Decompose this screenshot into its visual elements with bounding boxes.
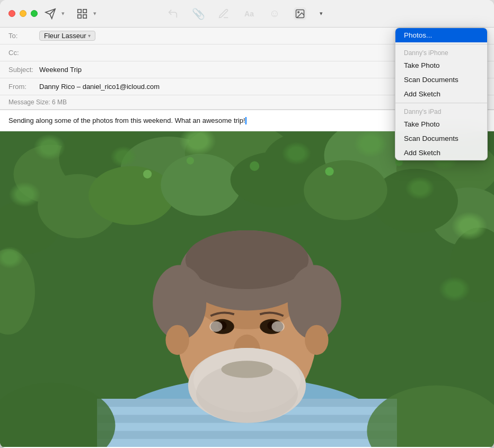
- svg-point-18: [38, 174, 118, 238]
- traffic-lights: [8, 10, 38, 17]
- svg-point-26: [97, 378, 397, 447]
- photo-image: [0, 131, 494, 447]
- svg-point-49: [188, 348, 306, 423]
- menu-item-ipad-add-sketch[interactable]: Add Sketch: [395, 146, 487, 160]
- svg-point-44: [209, 321, 222, 332]
- svg-point-51: [196, 364, 298, 423]
- svg-point-19: [372, 169, 458, 233]
- svg-point-41: [260, 319, 283, 334]
- svg-point-55: [143, 170, 152, 178]
- svg-point-37: [288, 265, 341, 340]
- reply-icon[interactable]: [166, 7, 179, 20]
- insert-dropdown-menu: Photos... Danny's iPhone Take Photo Scan…: [395, 28, 488, 160]
- svg-point-16: [0, 201, 59, 254]
- svg-point-7: [298, 11, 299, 12]
- svg-point-53: [0, 383, 115, 447]
- svg-point-33: [188, 244, 306, 329]
- menu-item-iphone-take-photo[interactable]: Take Photo: [395, 58, 487, 73]
- ipad-section-header: Danny's iPad: [395, 105, 487, 117]
- svg-point-38: [165, 325, 189, 355]
- svg-point-54: [367, 386, 494, 447]
- svg-rect-30: [97, 431, 397, 439]
- from-value: Danny Rico – daniel_rico1@icloud.com: [39, 83, 160, 91]
- compose-note-icon[interactable]: [217, 7, 230, 20]
- menu-item-ipad-take-photo[interactable]: Take Photo: [395, 117, 487, 131]
- svg-point-10: [59, 131, 150, 193]
- svg-point-52: [222, 361, 273, 378]
- svg-point-56: [187, 157, 194, 164]
- svg-rect-4: [78, 14, 81, 17]
- insert-photo-icon[interactable]: [294, 7, 306, 20]
- menu-item-ipad-scan-documents[interactable]: Scan Documents: [395, 131, 487, 146]
- svg-point-46: [234, 335, 261, 367]
- svg-rect-3: [83, 9, 86, 12]
- maximize-button[interactable]: [31, 10, 38, 17]
- minimize-button[interactable]: [20, 10, 27, 17]
- insert-dropdown-icon[interactable]: ▾: [315, 7, 328, 20]
- text-cursor: [245, 117, 246, 124]
- svg-point-12: [185, 131, 292, 182]
- svg-point-35: [186, 230, 308, 289]
- titlebar: ▾ ▾ 📎: [0, 0, 494, 28]
- email-body[interactable]: Sending along some of the photos from th…: [0, 110, 494, 448]
- svg-point-50: [193, 348, 301, 412]
- toolbar-center: 📎 Aa ☺ ▾: [166, 7, 328, 20]
- view-icon[interactable]: [76, 7, 89, 20]
- svg-rect-2: [78, 9, 81, 12]
- svg-point-34: [180, 230, 314, 311]
- font-icon[interactable]: Aa: [243, 7, 255, 20]
- to-recipient[interactable]: Fleur Lasseur: [39, 31, 95, 41]
- svg-point-21: [161, 154, 241, 216]
- svg-point-31: [217, 372, 276, 415]
- svg-point-25: [0, 249, 35, 335]
- svg-point-57: [250, 162, 259, 171]
- mail-compose-window: ▾ ▾ 📎: [0, 0, 494, 448]
- svg-point-36: [153, 265, 206, 340]
- menu-item-iphone-scan-documents[interactable]: Scan Documents: [395, 73, 487, 87]
- iphone-section-header: Danny's iPhone: [395, 46, 487, 58]
- svg-rect-8: [0, 131, 494, 447]
- svg-point-23: [304, 160, 387, 220]
- svg-point-13: [262, 131, 354, 195]
- cc-label: Cc:: [8, 49, 39, 57]
- emoji-icon[interactable]: ☺: [268, 7, 281, 20]
- svg-point-45: [271, 321, 284, 332]
- svg-point-11: [121, 137, 217, 201]
- svg-point-22: [231, 151, 322, 207]
- svg-rect-28: [97, 399, 397, 407]
- svg-point-17: [431, 187, 494, 246]
- from-label: From:: [8, 83, 39, 91]
- svg-point-24: [450, 228, 494, 302]
- svg-point-43: [267, 321, 276, 330]
- svg-point-40: [210, 319, 234, 334]
- photo-attachment: [0, 131, 494, 447]
- subject-value[interactable]: Weekend Trip: [39, 66, 82, 74]
- svg-point-58: [325, 167, 333, 176]
- send-icon[interactable]: [44, 7, 57, 20]
- body-text: Sending along some of the photos from th…: [8, 117, 245, 124]
- svg-point-39: [305, 325, 328, 355]
- svg-rect-5: [83, 14, 86, 17]
- svg-point-48: [248, 355, 263, 365]
- subject-label: Subject:: [8, 66, 39, 74]
- to-label: To:: [8, 32, 39, 40]
- view-dropdown-icon[interactable]: ▾: [89, 7, 101, 20]
- menu-divider-1: [395, 44, 487, 44]
- svg-point-32: [178, 252, 317, 417]
- send-dropdown-icon[interactable]: ▾: [57, 7, 69, 20]
- svg-point-47: [231, 355, 246, 365]
- svg-rect-29: [97, 415, 397, 423]
- message-size-label: Message Size: 6 MB: [8, 98, 67, 106]
- svg-point-9: [14, 145, 89, 203]
- toolbar-left: ▾ ▾: [44, 7, 101, 20]
- menu-item-photos[interactable]: Photos...: [395, 28, 487, 42]
- menu-item-iphone-add-sketch[interactable]: Add Sketch: [395, 87, 487, 101]
- attachment-icon[interactable]: 📎: [192, 7, 205, 20]
- close-button[interactable]: [8, 10, 15, 17]
- photo-svg: [0, 131, 494, 447]
- menu-divider-2: [395, 103, 487, 103]
- svg-rect-27: [97, 399, 397, 447]
- svg-point-42: [218, 321, 226, 330]
- svg-point-20: [89, 166, 174, 225]
